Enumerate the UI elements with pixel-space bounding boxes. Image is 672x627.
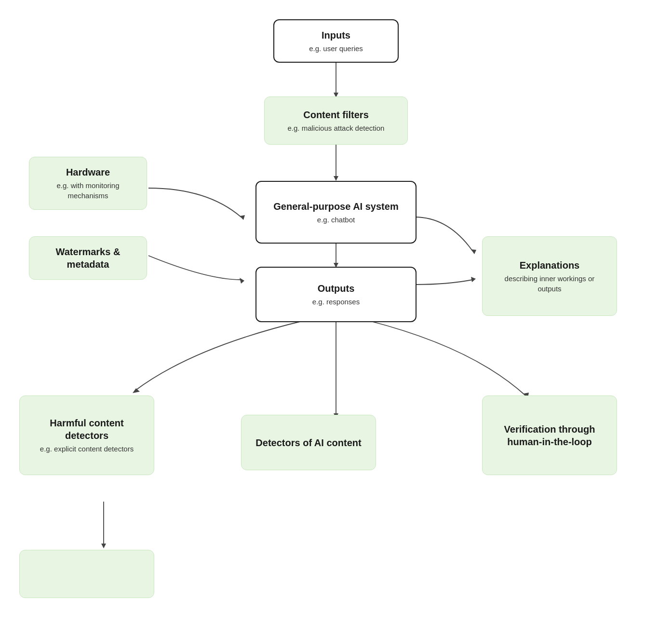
content-filters-title: Content filters (303, 109, 369, 121)
hardware-subtitle: e.g. with monitoring mechanisms (39, 180, 137, 201)
svg-marker-4 (240, 215, 245, 220)
inputs-title: Inputs (322, 29, 350, 41)
hardware-title: Hardware (66, 166, 110, 178)
watermarks-node: Watermarks & metadata (29, 236, 147, 280)
verification-title: Verification through human-in-the-loop (492, 423, 607, 448)
svg-marker-8 (471, 249, 476, 254)
content-filters-node: Content filters e.g. malicious attack de… (264, 96, 408, 145)
svg-marker-3 (334, 176, 338, 181)
ai-system-subtitle: e.g. chatbot (317, 215, 355, 225)
svg-marker-5 (240, 278, 244, 284)
ai-content-title: Detectors of AI content (255, 436, 361, 449)
explanations-title: Explanations (520, 259, 579, 272)
explanations-subtitle: describing inner workings or outputs (492, 273, 607, 294)
watermarks-title: Watermarks & metadata (39, 245, 137, 271)
diagram-container: Inputs e.g. user queries Content filters… (0, 0, 672, 627)
svg-marker-9 (471, 277, 476, 282)
inputs-subtitle: e.g. user queries (309, 43, 363, 54)
harmful-content-title: Harmful content detectors (29, 417, 144, 442)
outputs-title: Outputs (318, 282, 355, 295)
hardware-node: Hardware e.g. with monitoring mechanisms (29, 157, 147, 210)
empty-box-node (19, 550, 154, 598)
ai-system-title: General-purpose AI system (273, 200, 398, 213)
ai-system-node: General-purpose AI system e.g. chatbot (255, 181, 417, 244)
verification-node: Verification through human-in-the-loop (482, 395, 617, 475)
harmful-content-subtitle: e.g. explicit content detectors (40, 444, 134, 454)
outputs-subtitle: e.g. responses (312, 297, 360, 307)
outputs-node: Outputs e.g. responses (255, 267, 417, 322)
harmful-content-node: Harmful content detectors e.g. explicit … (19, 395, 154, 475)
svg-marker-10 (133, 388, 140, 393)
content-filters-subtitle: e.g. malicious attack detection (288, 123, 385, 133)
svg-marker-15 (101, 544, 106, 548)
explanations-node: Explanations describing inner workings o… (482, 236, 617, 316)
inputs-node: Inputs e.g. user queries (273, 19, 399, 63)
ai-content-node: Detectors of AI content (241, 415, 376, 470)
